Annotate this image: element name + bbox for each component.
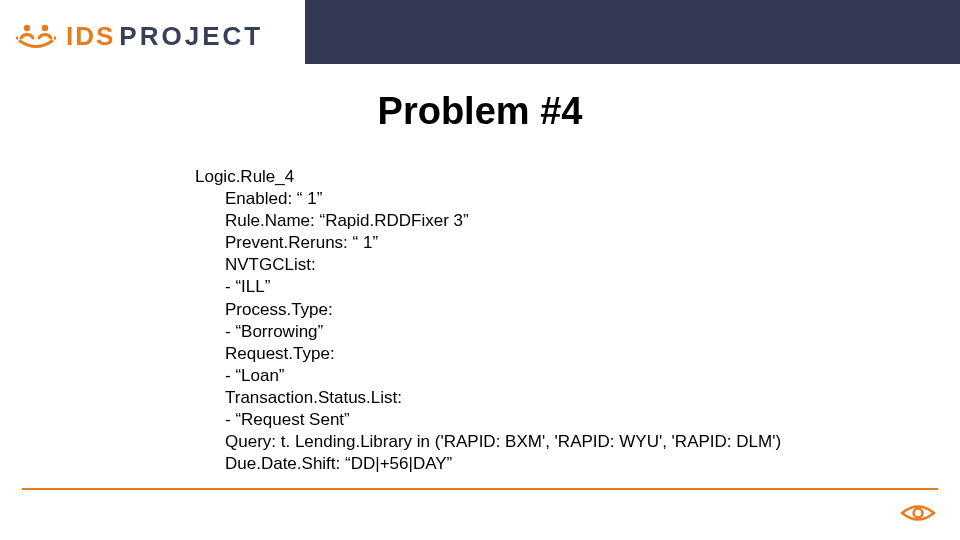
- body-root-line: Logic.Rule_4: [195, 166, 895, 188]
- body-line: Due.Date.Shift: “DD|+56|DAY”: [195, 453, 895, 475]
- body-line: - “Request Sent”: [195, 409, 895, 431]
- svg-point-0: [24, 25, 30, 31]
- logo-block: IDS PROJECT: [0, 0, 305, 72]
- ids-logo-icon: [16, 16, 56, 56]
- body-line: Process.Type:: [195, 299, 895, 321]
- slide: IDS PROJECT Problem #4 Logic.Rule_4 Enab…: [0, 0, 960, 540]
- body-line: Transaction.Status.List:: [195, 387, 895, 409]
- body-line: Enabled: “ 1”: [195, 188, 895, 210]
- logo-ids: IDS: [66, 21, 115, 52]
- body-line: Request.Type:: [195, 343, 895, 365]
- body-line: NVTGCList:: [195, 254, 895, 276]
- body-line: Prevent.Reruns: “ 1”: [195, 232, 895, 254]
- slide-body: Logic.Rule_4 Enabled: “ 1” Rule.Name: “R…: [195, 166, 895, 475]
- logo-project: PROJECT: [119, 21, 263, 52]
- slide-title: Problem #4: [0, 90, 960, 133]
- logo-text: IDS PROJECT: [66, 21, 263, 52]
- body-line: Query: t. Lending.Library in ('RAPID: BX…: [195, 431, 895, 453]
- body-line: - “ILL”: [195, 276, 895, 298]
- footer-divider: [22, 488, 938, 490]
- body-line: Rule.Name: “Rapid.RDDFixer 3”: [195, 210, 895, 232]
- body-line: - “Borrowing”: [195, 321, 895, 343]
- svg-point-1: [42, 25, 48, 31]
- eye-logo-icon: [900, 500, 936, 526]
- svg-point-2: [914, 509, 923, 518]
- body-line: - “Loan”: [195, 365, 895, 387]
